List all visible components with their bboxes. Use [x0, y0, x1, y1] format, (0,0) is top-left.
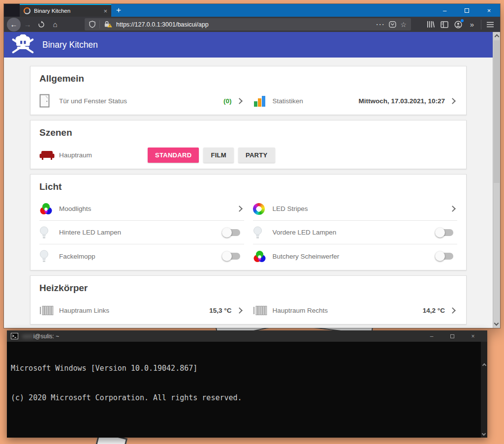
light-bulb-icon: [39, 226, 59, 239]
maximize-icon: [450, 334, 454, 338]
scene-button-film[interactable]: FILM: [203, 148, 234, 163]
rgb-circles-icon: [253, 250, 273, 263]
url-text[interactable]: https://127.0.0.1:3001/basicui/app: [116, 21, 372, 28]
item-label: LED Stripes: [273, 205, 451, 212]
browser-window: Binary Kitchen × + – × ← → ⌂: [4, 4, 500, 328]
list-item-heizung-rechts[interactable]: Hauptraum Rechts 14,2 °C: [253, 298, 458, 322]
item-label: Hintere LED Lampen: [59, 229, 223, 236]
app-header: Binary Kitchen: [4, 32, 493, 58]
bar-chart-icon: [253, 94, 273, 108]
account-button[interactable]: [451, 18, 465, 31]
door-icon: [39, 94, 59, 108]
cmd-icon: [11, 333, 18, 339]
scene-button-standard[interactable]: STANDARD: [148, 148, 199, 163]
section-title: Allgemein: [39, 73, 457, 85]
browser-tab[interactable]: Binary Kitchen ×: [20, 4, 111, 17]
tab-close-icon[interactable]: ×: [103, 8, 107, 14]
bookmark-star-icon[interactable]: ☆: [400, 21, 407, 29]
scroll-down-icon[interactable]: [494, 321, 499, 326]
chevron-right-icon: [449, 307, 456, 314]
library-button[interactable]: [424, 18, 438, 31]
terminal-title: venti@sulis: ~: [22, 333, 59, 340]
terminal-close-button[interactable]: ×: [463, 333, 483, 340]
desktop: Binary Kitchen × + – × ← → ⌂: [0, 0, 504, 444]
card-szenen: Szenen Hauptraum: [30, 120, 467, 169]
account-notification-dot: [461, 19, 464, 22]
insecure-lock-icon[interactable]: [104, 21, 112, 28]
new-tab-button[interactable]: +: [111, 4, 126, 17]
section-title: Szenen: [39, 127, 457, 139]
terminal-minimize-button[interactable]: –: [421, 333, 442, 340]
sofa-icon: [39, 150, 59, 160]
overflow-menu-button[interactable]: »: [465, 18, 479, 31]
close-button[interactable]: ×: [478, 4, 500, 17]
terminal-window: venti@sulis: ~ – × Microsoft Windows [Ve…: [7, 330, 487, 438]
minimize-button[interactable]: –: [434, 4, 456, 17]
toggle-switch[interactable]: [223, 253, 240, 260]
card-heizkoerper: Heizkörper: [30, 275, 467, 325]
terminal-titlebar: venti@sulis: ~ – ×: [7, 330, 487, 342]
item-label: Butchery Scheinwerfer: [273, 253, 437, 260]
section-title: Licht: [39, 181, 457, 193]
item-label: Hauptraum Links: [59, 307, 209, 314]
toggle-switch[interactable]: [437, 229, 453, 236]
scene-button-party[interactable]: PARTY: [238, 148, 275, 163]
item-value: Mittwoch, 17.03.2021, 10:27: [358, 97, 445, 105]
scroll-down-icon[interactable]: [482, 432, 486, 436]
item-value: (0): [223, 97, 232, 105]
card-allgemein: Allgemein Tür und Fenster Status: [30, 66, 467, 115]
list-item-door-status[interactable]: Tür und Fenster Status (0): [39, 89, 244, 113]
item-label: Tür und Fenster Status: [59, 97, 223, 105]
hamburger-icon: [487, 22, 494, 28]
maximize-button[interactable]: [456, 4, 478, 17]
scroll-up-icon[interactable]: [482, 363, 486, 367]
list-item-heizung-links[interactable]: Hauptraum Links 15,3 °C: [39, 298, 244, 322]
home-button[interactable]: ⌂: [48, 18, 62, 31]
terminal-scrollbar[interactable]: [481, 342, 487, 438]
toolbar-separator: [481, 20, 481, 30]
reload-button[interactable]: [34, 18, 48, 31]
list-item-moodlights[interactable]: Moodlights: [39, 197, 244, 221]
list-item-butchery: Butchery Scheinwerfer: [253, 244, 458, 268]
maximize-icon: [465, 8, 469, 13]
radiator-icon: [253, 305, 273, 316]
forward-button[interactable]: →: [21, 18, 34, 31]
terminal-line: Microsoft Windows [Version 10.0.19042.86…: [11, 363, 483, 373]
terminal-maximize-button[interactable]: [442, 333, 463, 340]
item-label: Fackelmopp: [59, 253, 223, 260]
item-label: Statistiken: [273, 97, 359, 105]
toggle-switch[interactable]: [437, 253, 453, 260]
terminal-line: [11, 422, 483, 432]
radiator-icon: [39, 305, 59, 316]
item-label: Hauptraum: [59, 151, 148, 159]
toggle-knob: [222, 228, 232, 237]
scrollbar-thumb[interactable]: [494, 40, 500, 183]
scroll-up-icon[interactable]: [494, 34, 499, 39]
terminal-output[interactable]: Microsoft Windows [Version 10.0.19042.86…: [7, 342, 487, 438]
light-bulb-icon: [253, 226, 273, 239]
toggle-switch[interactable]: [223, 229, 240, 236]
list-item-vordere-led: Vordere LED Lampen: [253, 221, 458, 244]
url-bar[interactable]: https://127.0.0.1:3001/basicui/app ··· ☆: [85, 18, 411, 30]
browser-titlebar: Binary Kitchen × + – ×: [4, 4, 500, 17]
tracking-shield-icon[interactable]: [89, 21, 95, 28]
chevron-right-icon: [449, 98, 456, 104]
chevron-right-icon: [236, 307, 243, 314]
browser-toolbar: ← → ⌂: [4, 17, 500, 32]
back-button[interactable]: ←: [7, 18, 21, 31]
list-item-statistics[interactable]: Statistiken Mittwoch, 17.03.2021, 10:27: [253, 89, 458, 113]
page-actions-icon[interactable]: ···: [376, 21, 385, 28]
list-item-fackelmopp: Fackelmopp: [39, 244, 244, 268]
sidebar-button[interactable]: [438, 18, 451, 31]
urlbar-divider: [99, 20, 100, 29]
item-label: Moodlights: [59, 205, 237, 212]
pocket-icon[interactable]: [389, 21, 396, 28]
menu-button[interactable]: [483, 18, 497, 31]
page-scrollbar[interactable]: [493, 32, 500, 328]
library-icon: [427, 21, 435, 28]
list-item-led-stripes[interactable]: LED Stripes: [253, 197, 458, 221]
item-value: 14,2 °C: [423, 307, 445, 314]
page-title: Binary Kitchen: [42, 40, 98, 50]
list-item-hintere-led: Hintere LED Lampen: [39, 221, 244, 244]
toggle-knob: [222, 251, 232, 261]
